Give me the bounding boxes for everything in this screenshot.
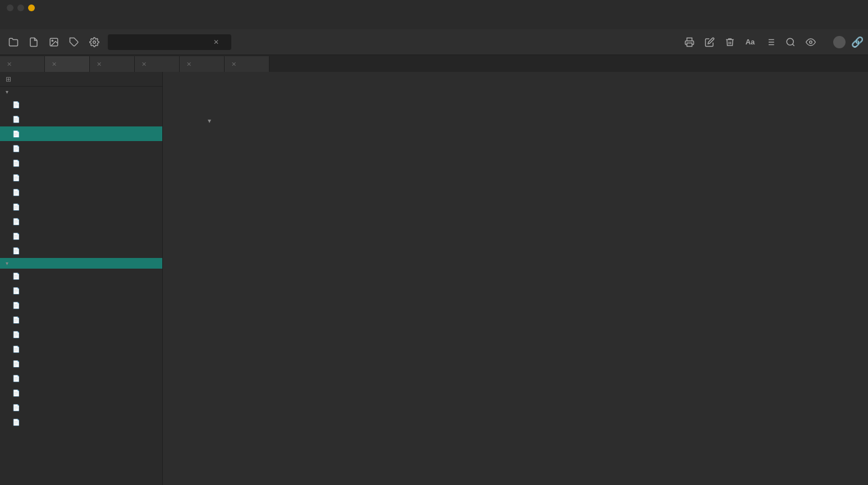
tab-restart[interactable]: ✕ <box>135 56 180 72</box>
tab-close-optimize[interactable]: ✕ <box>95 60 103 69</box>
settings-button[interactable] <box>85 33 103 51</box>
list-button[interactable] <box>761 33 779 51</box>
tab-close-tromjaro[interactable]: ✕ <box>51 60 58 69</box>
file-icon: 📄 <box>12 189 20 196</box>
sidebar-item-money-md[interactable]: 📄 <box>0 185 162 200</box>
search-clear-button[interactable]: ✕ <box>213 38 219 46</box>
search-input[interactable] <box>112 38 213 46</box>
delete-button[interactable] <box>721 33 739 51</box>
toolbar: ✕ Aa 🔗 <box>0 29 868 55</box>
tags-button[interactable] <box>65 33 83 51</box>
directories-icon: ⊞ <box>6 75 11 83</box>
sidebar-item-notes-md[interactable]: 📄 <box>0 97 162 112</box>
file-icon: 📄 <box>12 316 20 324</box>
file-icon: 📄 <box>12 218 20 225</box>
file-icon: 📄 <box>12 389 20 397</box>
file-icon: 📄 <box>12 174 20 182</box>
open-folder-button[interactable] <box>4 33 22 51</box>
sidebar-item-54-md[interactable]: 📄 <box>0 269 162 283</box>
sidebar-item-45-md[interactable]: 📄 <box>0 400 162 415</box>
file-icon: 📄 <box>12 233 20 240</box>
menu-file[interactable] <box>4 21 13 24</box>
file-icon: 📄 <box>12 302 20 309</box>
new-file-button[interactable] <box>25 33 43 51</box>
file-icon: 📄 <box>12 160 20 167</box>
tab-close-54[interactable]: ✕ <box>230 60 237 69</box>
file-icon: 📄 <box>12 375 20 382</box>
menu-window[interactable] <box>38 21 47 24</box>
tab-optimize[interactable]: ✕ <box>90 56 135 72</box>
menubar <box>0 16 868 29</box>
svg-point-13 <box>810 40 812 43</box>
sidebar-item-53-md[interactable]: 📄 <box>0 283 162 298</box>
tab-cloud[interactable]: ✕ <box>180 56 225 72</box>
search-box: ✕ <box>108 34 231 50</box>
menu-help[interactable] <box>49 21 58 24</box>
traffic-lights <box>7 4 35 11</box>
svg-point-1 <box>52 40 53 41</box>
tab-tromjaro[interactable]: ✕ <box>45 56 90 72</box>
sidebar-group-show-notes[interactable]: ▾ <box>0 258 162 269</box>
file-icon: 📄 <box>12 101 20 108</box>
file-icon: 📄 <box>12 404 20 411</box>
sidebar-item-48-md[interactable]: 📄 <box>0 356 162 371</box>
print-button[interactable] <box>680 33 698 51</box>
clean-collapse-icon[interactable]: ▾ <box>208 117 211 125</box>
tab-close-restart[interactable]: ✕ <box>140 60 148 69</box>
svg-line-12 <box>792 44 794 46</box>
sidebar-item-dflip-md[interactable]: 📄 <box>0 214 162 229</box>
file-icon: 📄 <box>12 360 20 368</box>
menu-edit[interactable] <box>16 21 25 24</box>
sidebar-item-50-md[interactable]: 📄 <box>0 327 162 342</box>
svg-point-3 <box>93 40 96 43</box>
circle-indicator[interactable] <box>833 36 846 48</box>
tab-close-cloud[interactable]: ✕ <box>185 60 193 69</box>
chevron-notes-icon: ▾ <box>6 89 8 95</box>
sidebar-item-46-md[interactable]: 📄 <box>0 386 162 400</box>
maximize-button[interactable] <box>28 4 35 11</box>
sidebar-item-44-md[interactable]: 📄 <box>0 415 162 429</box>
editor[interactable]: ▾ <box>163 72 868 485</box>
font-button[interactable]: Aa <box>741 33 759 51</box>
sidebar-header: ⊞ <box>0 72 162 87</box>
file-icon: 📄 <box>12 287 20 294</box>
sidebar-item-optimize-pdf-md[interactable]: 📄 <box>0 141 162 156</box>
sidebar-item-cloud-md[interactable]: 📄 <box>0 112 162 126</box>
file-icon: 📄 <box>12 419 20 426</box>
search-doc-button[interactable] <box>782 33 800 51</box>
sidebar-item-47-md[interactable]: 📄 <box>0 371 162 386</box>
notes-group-items: 📄 📄 📄 📄 📄 📄 <box>0 97 162 258</box>
paperclip-button[interactable]: 🔗 <box>851 36 864 48</box>
svg-point-11 <box>787 38 793 45</box>
edit-mode-button[interactable] <box>701 33 719 51</box>
main-area: ⊞ ▾ 📄 📄 📄 📄 <box>0 72 868 485</box>
tab-54[interactable]: ✕ <box>225 56 269 72</box>
file-icon: 📄 <box>12 331 20 338</box>
tab-pacman[interactable]: ✕ <box>0 56 45 72</box>
sidebar-item-pacman-unstuck-md[interactable]: 📄 <box>0 156 162 170</box>
tabs-bar: ✕ ✕ ✕ ✕ ✕ ✕ <box>0 55 868 72</box>
sidebar: ⊞ ▾ 📄 📄 📄 📄 <box>0 72 163 485</box>
minimize-button[interactable] <box>17 4 24 11</box>
tab-close-pacman[interactable]: ✕ <box>6 60 13 69</box>
sidebar-item-tromjaro-md[interactable]: 📄 <box>0 126 162 141</box>
chevron-show-notes-icon: ▾ <box>6 260 8 266</box>
preview-button[interactable] <box>802 33 820 51</box>
sidebar-group-notes[interactable]: ▾ <box>0 87 162 97</box>
file-icon: 📄 <box>12 346 20 353</box>
sidebar-item-books-md[interactable]: 📄 <box>0 243 162 258</box>
show-notes-group-items: 📄 📄 📄 📄 📄 📄 <box>0 269 162 429</box>
sidebar-item-51-md[interactable]: 📄 <box>0 312 162 327</box>
sidebar-item-movies-md[interactable]: 📄 <box>0 200 162 214</box>
file-icon: 📄 <box>12 130 20 138</box>
image-button[interactable] <box>45 33 63 51</box>
sidebar-item-52-md[interactable]: 📄 <box>0 298 162 312</box>
sidebar-item-restart-bluetooth-md[interactable]: 📄 <box>0 170 162 185</box>
sidebar-item-49-md[interactable]: 📄 <box>0 342 162 356</box>
file-icon: 📄 <box>12 145 20 152</box>
clean-section-heading: ▾ <box>208 117 823 125</box>
menu-view[interactable] <box>27 21 36 24</box>
sidebar-item-companies-md[interactable]: 📄 <box>0 229 162 243</box>
close-button[interactable] <box>7 4 13 11</box>
svg-rect-4 <box>687 43 692 46</box>
